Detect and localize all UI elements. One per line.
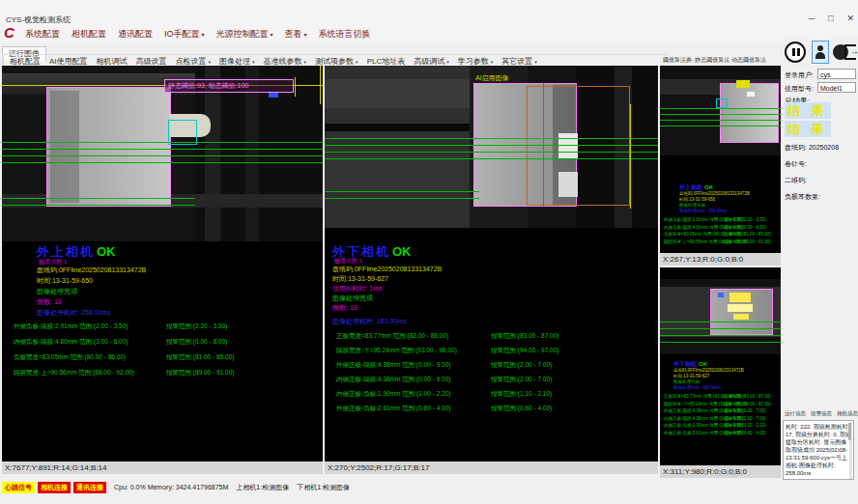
toolbar-item[interactable]: AI使用配置▾ [49,56,88,67]
measurement-row: 隔膜宽度-下=95.24mm 范围:(93.00 - 98.00)报警范围:(9… [664,402,778,406]
pause-icon [792,48,795,56]
loop-count: 圈数: 13 [332,303,358,313]
menu-item[interactable]: 查看▾ [285,28,307,41]
toolbar-item[interactable]: 高级调试▾ [414,56,449,67]
capture-time: 时间:13-31-59-627 [332,274,388,284]
thumb-image-upper[interactable] [660,66,781,155]
info-field: 卷针号: [785,159,856,169]
log-scrollbar[interactable] [849,422,852,480]
toolbar-item[interactable]: 基准线参数▾ [264,56,307,67]
camera-image-upper[interactable]: 静态阈值:93, 动态阈值:100 [2,66,323,241]
menu-item[interactable]: 相机配置▾ [72,28,106,41]
overlay-blue-mark [718,293,724,297]
toolbar-item[interactable]: 点检设置▾ [176,56,212,67]
measurement-list: 外侧负极-隔膜:2.91mm 范围:(2.00 - 3.50)报警范围:(2.2… [664,217,778,246]
log-tab[interactable]: 相机信息 [837,410,858,417]
overlay-green-line [660,108,781,109]
measurement-row: 内侧负极-隔膜:4.60mm 范围:(3.00 - 6.00)报警范围:(0.0… [14,338,321,347]
reel-code: 盘纸码:0FFline2025020813313472B [332,265,442,274]
log-tab[interactable]: 报警信息 [811,410,832,417]
menu-item[interactable]: 通讯配置▾ [118,28,153,41]
result-badge-upper: 结 果 [785,102,831,119]
overlay-white-mark [747,92,755,97]
panel-thumb-lower: 外下相机OK 盘纸码:0FFline2025020813313472B 时间:1… [660,267,781,478]
exit-button[interactable]: → [844,42,858,62]
measurement-row: 内侧正极-隔膜:4.38mm 范围:(0.00 - 9.00)报警范围:(2.0… [664,416,778,421]
log-tab[interactable]: 运行信息 [785,410,806,417]
log-scrollbar-thumb[interactable] [848,423,851,440]
thumb-image-lower[interactable] [660,279,781,354]
tab-row: 运行图像 [2,42,46,54]
menu-item[interactable]: 光源控制配置▾ [216,28,273,41]
measurement-row: 内侧正极-负极:1.90mm 范围:(1.00 - 2.20)报警范围:(1.1… [664,423,778,428]
cpu-memory-readout: Cpu: 0.0% Memory: 3424.41796875M [114,484,228,490]
log-area[interactable]: 耗时: 222, 瑕疵检测耗时: 17, 瑕疵分类耗时: 0, 瑕疵提取分区耗时… [783,420,854,480]
toolbar-item[interactable]: 高级设置▾ [136,56,167,67]
camera-image-lower[interactable]: AI启用图像 [325,66,658,228]
tab-blob [558,172,578,197]
cursor-coords-readout: X:311;Y:980;R:0;G:0;B:0 [660,465,781,478]
overlay-green-line [2,205,195,206]
menubar: C 系统配置▾相机配置▾通讯配置▾IO手配置▾光源控制配置▾查看▾系统语言切换▾ [0,25,858,42]
measurement-row: 外侧正极-隔膜:4.38mm 范围:(0.00 - 9.00)报警范围:(2.0… [664,408,778,413]
toolbar-item[interactable]: 其它设置▾ [501,56,537,67]
panel-camera-lower: AI启用图像 外下相机OK 触发次数:1 盘纸码:0FFline20250208… [325,66,658,474]
info-field: 盘纸码: 20250208 [785,143,856,153]
measurement-row: 外侧正极-隔膜:4.38mm 范围:(0.00 - 9.00)报警范围:(2.0… [336,361,655,370]
machine-slot [325,124,470,131]
menu-item[interactable]: IO手配置▾ [164,28,205,41]
measurement-row: 负极宽度=83.05mm 范围:(80.00 - 86.00)报警范围:(81.… [664,232,778,237]
app-window: CYS-视觉检测系统 ─ □ ✕ C 系统配置▾相机配置▾通讯配置▾IO手配置▾… [0,0,858,504]
person-icon [815,52,825,59]
login-user-field[interactable]: cys [817,69,856,79]
model-label: 使用型号: [785,84,814,94]
overlay-green-line [2,142,323,143]
maximize-icon[interactable]: □ [828,14,833,23]
ai-image-label: AI启用图像 [475,73,509,83]
capture-time: 时间:13-31-59-627 [673,374,709,378]
toolbar-item[interactable]: 相机配置▾ [10,56,41,67]
overlay-yellow-mark [729,293,751,302]
measurement-list: 外侧负极-隔膜:2.91mm 范围:(2.00 - 3.50)报警范围:(2.2… [14,322,321,384]
app-logo-icon: C [4,25,19,41]
panel-camera-upper: 静态阈值:93, 动态阈值:100 外上相机OK 触发次数:1 盘纸码:0FFl… [2,66,323,474]
measurement-list: 正极宽度=83.77mm 范围:(82.00 - 88.00)报警范围:(83.… [664,394,778,437]
minimize-icon[interactable]: ─ [809,14,815,23]
toolbar-item[interactable]: PLC地址表▾ [367,56,406,67]
overlay-green-line [660,328,781,329]
overlay-yellow-mark [736,80,750,88]
machine-band [325,154,470,191]
overlay-green-line [2,155,323,156]
menu-item[interactable]: 系统语言切换▾ [319,28,371,41]
measurement-row: 隔膜宽度-下=95.24mm 范围:(93.00 - 98.00)报警范围:(9… [336,347,655,355]
measurement-row: 外侧正极-负极:2.61mm 范围:(0.60 - 4.00)报警范围:(0.6… [664,431,778,435]
close-icon[interactable]: ✕ [846,14,854,23]
toolbar-item[interactable]: 测试项参数▾ [315,56,358,67]
overlay-green-line [2,149,323,150]
process-done: 图像处理完成 [332,294,373,303]
reel-code: 盘纸码:0FFline2025020813313472B [673,368,744,373]
toolbar-item[interactable]: 相机调试▾ [97,56,128,67]
info-fields: 盘纸码: 20250208 卷针号: 二维码: 负极耳数量: [785,143,856,209]
overlay-yellow-mark [733,314,749,320]
overlay-green-vline [543,83,544,207]
toolbar-item[interactable]: 图像处理▾ [219,56,255,67]
measurement-row: 内侧负极-隔膜:4.60mm 范围:(3.00 - 6.00)报警范围:(0.0… [664,225,778,230]
menu-item[interactable]: 系统配置▾ [25,28,60,41]
pause-button[interactable] [785,42,806,63]
model-field[interactable]: Model1 [817,82,856,93]
overlay-green-line [660,126,781,126]
cursor-coords-readout: X:270;Y:2502;R:17;G:17;B:17 [325,462,658,474]
toolbar-item[interactable]: 学习参数▾ [458,56,494,67]
threshold-overlay-label: 静态阈值:93, 动态阈值:100 [164,79,294,93]
measurement-row: 负极宽度=83.05mm 范围:(80.00 - 86.00)报警范围:(81.… [14,353,321,362]
loop-count: 圈数: 13 [37,297,62,307]
overlay-cyan-box [716,98,728,108]
overlay-green-line [660,335,781,336]
pause-icon [797,48,800,56]
reel-code: 盘纸码:0FFline2025020813313472B [37,266,146,275]
user-login-button[interactable] [812,41,829,64]
process-elapsed: 图像处理耗时: 258.00ms [37,308,111,318]
lower-camera-status: 下相机1:检测图像 [297,483,350,492]
measurement-row: 隔膜宽度-上=90.56mm 范围:(88.00 - 92.00)报警范围:(8… [664,239,778,244]
